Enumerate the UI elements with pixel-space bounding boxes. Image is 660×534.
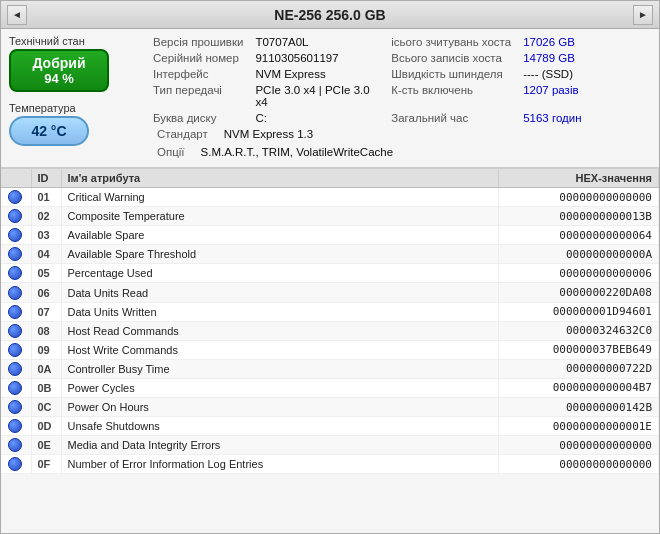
row-hex-value: 00000324632C0 (499, 321, 659, 340)
info-label-writes: Всього записів хоста (387, 51, 515, 65)
prev-button[interactable]: ◄ (7, 5, 27, 25)
status-circle-icon (8, 438, 22, 452)
row-id: 0E (31, 436, 61, 455)
table-row: 0BPower Cycles0000000000004B7 (1, 378, 659, 397)
status-circle-icon (8, 266, 22, 280)
row-id: 0C (31, 398, 61, 417)
table-row: 01Critical Warning00000000000000 (1, 188, 659, 207)
info-label-drive: Буква диску (149, 111, 247, 125)
standard-row: Стандарт NVM Express 1.3 (149, 125, 651, 143)
row-attribute-name: Controller Busy Time (61, 359, 499, 378)
table-row: 0AController Busy Time000000000722D (1, 359, 659, 378)
status-circle-icon (8, 209, 22, 223)
table-row: 0CPower On Hours000000000142B (1, 398, 659, 417)
row-circle-icon (1, 188, 31, 207)
row-attribute-name: Critical Warning (61, 188, 499, 207)
table-row: 05Percentage Used00000000000006 (1, 264, 659, 283)
row-circle-icon (1, 245, 31, 264)
row-hex-value: 000000001D94601 (499, 302, 659, 321)
left-status-panel: Технічний стан Добрий 94 % Температура 4… (9, 35, 139, 161)
info-value-interface: NVM Express (251, 67, 383, 81)
temp-label: Температура (9, 102, 139, 114)
standard-value: NVM Express 1.3 (220, 127, 317, 141)
table-row: 04Available Spare Threshold000000000000A (1, 245, 659, 264)
table-row: 08Host Read Commands00000324632C0 (1, 321, 659, 340)
row-id: 02 (31, 207, 61, 226)
table-row: 07Data Units Written000000001D94601 (1, 302, 659, 321)
row-attribute-name: Power On Hours (61, 398, 499, 417)
row-hex-value: 000000000142B (499, 398, 659, 417)
temp-badge: 42 °C (9, 116, 89, 146)
row-circle-icon (1, 417, 31, 436)
row-circle-icon (1, 264, 31, 283)
row-hex-value: 000000000722D (499, 359, 659, 378)
row-circle-icon (1, 398, 31, 417)
info-value-transfer: PCIe 3.0 x4 | PCIe 3.0 x4 (251, 83, 383, 109)
nav-left[interactable]: ◄ (7, 5, 27, 25)
row-id: 09 (31, 340, 61, 359)
window-title: NE-256 256.0 GB (27, 7, 633, 23)
status-circle-icon (8, 419, 22, 433)
table-row: 02Composite Temperature0000000000013B (1, 207, 659, 226)
row-hex-value: 0000000000013B (499, 207, 659, 226)
standard-label: Стандарт (153, 127, 212, 141)
info-grid: Версія прошивки T0707A0L іcього зчитуван… (149, 35, 651, 125)
row-hex-value: 00000000000001E (499, 417, 659, 436)
info-label-spindle: Швидкість шпинделя (387, 67, 515, 81)
status-circle-icon (8, 343, 22, 357)
info-label-totaltime: Загальний час (387, 111, 515, 125)
row-attribute-name: Composite Temperature (61, 207, 499, 226)
status-text: Добрий (19, 55, 99, 71)
row-attribute-name: Percentage Used (61, 264, 499, 283)
status-badge: Добрий 94 % (9, 49, 109, 92)
info-value-firmware: T0707A0L (251, 35, 383, 49)
next-button[interactable]: ► (633, 5, 653, 25)
row-attribute-name: Data Units Written (61, 302, 499, 321)
nav-right[interactable]: ► (633, 5, 653, 25)
row-hex-value: 00000000000000 (499, 436, 659, 455)
info-label-reads: іcього зчитувань хоста (387, 35, 515, 49)
row-attribute-name: Host Read Commands (61, 321, 499, 340)
row-circle-icon (1, 455, 31, 474)
col-header-id (1, 169, 31, 188)
options-row: Опції S.M.A.R.T., TRIM, VolatileWriteCac… (149, 143, 651, 161)
row-id: 07 (31, 302, 61, 321)
row-id: 06 (31, 283, 61, 302)
status-percent: 94 % (19, 71, 99, 86)
row-circle-icon (1, 340, 31, 359)
row-id: 08 (31, 321, 61, 340)
row-circle-icon (1, 436, 31, 455)
main-window: ◄ NE-256 256.0 GB ► Технічний стан Добри… (0, 0, 660, 534)
info-label-firmware: Версія прошивки (149, 35, 247, 49)
status-circle-icon (8, 457, 22, 471)
table-row: 06Data Units Read0000000220DA08 (1, 283, 659, 302)
attributes-table: ID Ім'я атрибута HEX-значення 01Critical… (1, 169, 659, 474)
title-bar: ◄ NE-256 256.0 GB ► (1, 1, 659, 29)
row-hex-value: 00000000000064 (499, 226, 659, 245)
row-attribute-name: Number of Error Information Log Entries (61, 455, 499, 474)
info-value-writes: 14789 GB (519, 51, 651, 65)
status-circle-icon (8, 305, 22, 319)
info-value-powerons: 1207 разів (519, 83, 651, 109)
row-hex-value: 00000000000006 (499, 264, 659, 283)
row-attribute-name: Media and Data Integrity Errors (61, 436, 499, 455)
status-circle-icon (8, 381, 22, 395)
status-label: Технічний стан (9, 35, 139, 47)
row-id: 05 (31, 264, 61, 283)
status-circle-icon (8, 286, 22, 300)
info-label-serial: Серійний номер (149, 51, 247, 65)
table-row: 0EMedia and Data Integrity Errors0000000… (1, 436, 659, 455)
col-header-name: Ім'я атрибута (61, 169, 499, 188)
row-attribute-name: Power Cycles (61, 378, 499, 397)
row-circle-icon (1, 378, 31, 397)
row-attribute-name: Available Spare Threshold (61, 245, 499, 264)
info-value-reads: 17026 GB (519, 35, 651, 49)
info-label-powerons: К-сть включень (387, 83, 515, 109)
row-id: 03 (31, 226, 61, 245)
table-row: 0FNumber of Error Information Log Entrie… (1, 455, 659, 474)
status-circle-icon (8, 362, 22, 376)
row-attribute-name: Available Spare (61, 226, 499, 245)
info-label-transfer: Тип передачі (149, 83, 247, 109)
status-circle-icon (8, 324, 22, 338)
row-circle-icon (1, 321, 31, 340)
